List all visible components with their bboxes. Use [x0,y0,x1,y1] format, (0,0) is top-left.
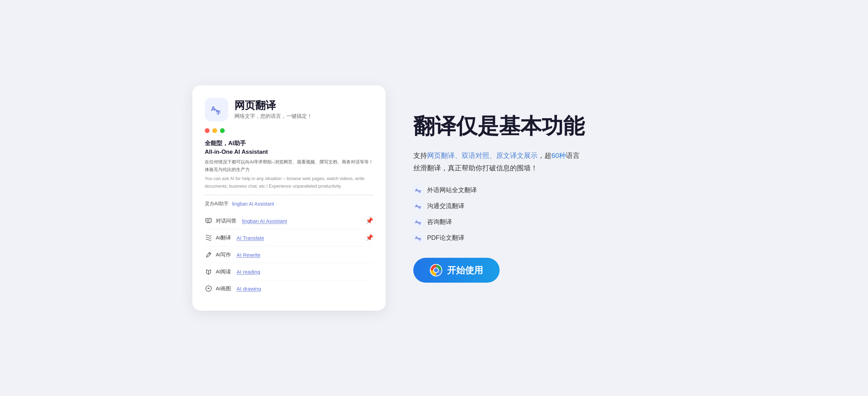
feature-item-drawing[interactable]: AI画图 AI drawing [205,280,373,297]
translate-feature-icon-2: A 字 [413,201,423,211]
translate-feature-icon-4: A 字 [413,233,423,243]
right-feature-2: A 字 沟通交流翻译 [413,201,676,211]
desc-links[interactable]: 网页翻译、双语对照、原文译文展示 [427,152,538,159]
right-feature-label-4: PDF论文翻译 [427,234,464,242]
chrome-icon [430,264,442,276]
desc-prefix: 支持 [413,152,427,159]
main-title: 翻译仅是基本功能 [413,113,676,139]
cta-label: 开始使用 [447,264,483,276]
ai-desc-zh: 在任何情况下都可以向AI寻求帮助–浏览网页、观看视频、撰写文档、商务对话等等！体… [205,158,373,173]
right-features: A 字 外语网站全文翻译 A 字 沟通交流翻译 A [413,185,676,243]
card-title: 网页翻译 [234,99,312,112]
feature-name-en-drawing: AI drawing [237,286,261,292]
edit-icon [205,251,212,258]
feature-name-en-reading: AI reading [237,269,260,275]
feature-name-zh-rewrite: AI写作 [216,252,231,258]
desc-end: 语言 [566,152,580,159]
feature-name-en-rewrite: AI Rewrite [237,252,260,258]
left-card: A 字 网页翻译 网络文字，您的语言，一键搞定！ 全能型，AI助手 All-in… [192,85,386,311]
cta-button[interactable]: 开始使用 [413,258,500,283]
feature-name-zh-drawing: AI画图 [216,285,231,292]
feature-name-zh-translate: AI翻译 [216,235,231,241]
lingban-label: 灵办AI助手 [205,201,229,207]
feature-item-rewrite[interactable]: AI写作 AI Rewrite [205,246,373,263]
feature-name-zh-reading: AI阅读 [216,268,231,275]
right-feature-label-1: 外语网站全文翻译 [427,186,477,194]
traffic-light-yellow [212,128,217,133]
right-feature-4: A 字 PDF论文翻译 [413,233,676,243]
desc-suffix: ，超 [538,152,551,159]
translate-icon [205,234,212,242]
card-title-block: 网页翻译 网络文字，您的语言，一键搞定！ [234,99,312,120]
right-feature-1: A 字 外语网站全文翻译 [413,185,676,195]
app-logo: A 字 [205,98,228,121]
pin-icon-translate: 📌 [366,234,373,242]
card-header: A 字 网页翻译 网络文字，您的语言，一键搞定！ [205,98,373,121]
traffic-light-red [205,128,210,133]
feature-name-en-dialog: lingban AI Assistant [242,218,287,224]
page-container: A 字 网页翻译 网络文字，您的语言，一键搞定！ 全能型，AI助手 All-in… [192,85,676,311]
feature-name-zh-dialog: 对话问答 [216,218,237,224]
pin-icon-dialog: 📌 [366,217,373,225]
svg-rect-3 [206,218,211,222]
feature-item-dialog[interactable]: 对话问答 lingban AI Assistant 📌 [205,213,373,229]
reading-icon [205,268,212,275]
feature-list: 对话问答 lingban AI Assistant 📌 AI翻译 AI Tran… [205,213,373,297]
feature-name-en-translate: AI Translate [237,235,264,241]
lingban-link[interactable]: lingban AI Assistant [232,201,274,207]
right-feature-label-3: 咨询翻译 [427,218,452,226]
right-feature-3: A 字 咨询翻译 [413,217,676,227]
svg-point-6 [206,286,211,291]
desc-highlight: 60种 [551,152,566,159]
lingban-row: 灵办AI助手 lingban AI Assistant [205,201,373,207]
ai-label-zh: 全能型，AI助手 [205,139,373,147]
svg-point-7 [208,288,209,289]
ai-desc-en: You can ask AI for help in any situation… [205,175,373,195]
traffic-lights [205,128,373,133]
image-icon [205,285,212,292]
svg-point-23 [434,268,438,272]
right-feature-label-2: 沟通交流翻译 [427,202,464,210]
translate-feature-icon-1: A 字 [413,185,423,195]
desc-line2: 丝滑翻译，真正帮助你打破信息的围墙！ [413,164,538,172]
feature-item-translate[interactable]: AI翻译 AI Translate 📌 [205,229,373,246]
right-section: 翻译仅是基本功能 支持网页翻译、双语对照、原文译文展示，超60种语言 丝滑翻译，… [413,113,676,283]
dialog-icon [205,217,212,225]
traffic-light-green [220,128,225,133]
feature-item-reading[interactable]: AI阅读 AI reading [205,263,373,280]
card-subtitle: 网络文字，您的语言，一键搞定！ [234,113,312,120]
translate-feature-icon-3: A 字 [413,217,423,227]
ai-label-en: All-in-One AI Assistant [205,149,373,155]
desc-block: 支持网页翻译、双语对照、原文译文展示，超60种语言 丝滑翻译，真正帮助你打破信息… [413,149,676,174]
